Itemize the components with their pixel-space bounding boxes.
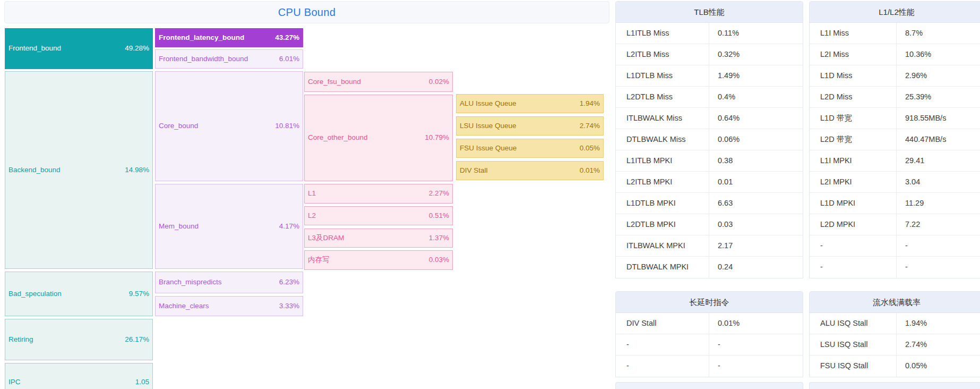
cell-label: Frontend_latency_bound [159, 34, 244, 42]
treemap-frontend-bandwidth-bound[interactable]: Frontend_bandwidth_bound 6.01% [155, 49, 303, 69]
table-row: L2ITLB MPKI 0.01 [616, 172, 803, 193]
metric-label: L1D MPKI [810, 193, 897, 214]
treemap-l3-dram[interactable]: L3及DRAM 1.37% [304, 229, 453, 248]
treemap-fsu-issue-queue[interactable]: FSU Issue Queue 0.05% [456, 139, 604, 158]
metric-label: ALU ISQ Stall [810, 313, 897, 334]
cell-label: Frontend_bandwidth_bound [159, 55, 248, 63]
metric-value: 2.96% [897, 65, 980, 86]
long-latency-table: 长延时指令 DIV Stall 0.01% - - - - [615, 291, 803, 377]
table-row: ALU ISQ Stall 1.94% [810, 313, 980, 334]
table-row: - - [810, 235, 980, 257]
metric-label: L1I Miss [810, 23, 897, 44]
metric-value: - [897, 257, 980, 278]
metric-value: 25.39% [897, 87, 980, 107]
cell-value: 43.27% [275, 34, 299, 42]
cell-value: 4.17% [279, 223, 299, 231]
table-row: ITLBWALK MPKI 2.17 [616, 235, 803, 257]
treemap-machine-clears[interactable]: Machine_clears 3.33% [155, 296, 303, 316]
cell-label: Core_bound [159, 122, 198, 130]
table-row: L2ITLB Miss 0.32% [616, 44, 803, 65]
metric-label: L2I MPKI [810, 172, 897, 192]
metric-label: L2D 带宽 [810, 129, 897, 150]
treemap-bad-speculation[interactable]: Bad_speculation 9.57% [5, 272, 153, 316]
cell-value: 6.23% [279, 278, 299, 286]
cell-value: 0.01% [580, 167, 600, 175]
cell-label: Machine_clears [159, 302, 209, 310]
treemap-l1[interactable]: L1 2.27% [304, 184, 453, 204]
table-row: DIV Stall 0.01% [616, 313, 803, 334]
cpu-profiler-dashboard: CPU Bound Frontend_bound 49.28% Backend_… [0, 0, 980, 389]
treemap-core-other-bound[interactable]: Core_other_bound 10.79% [304, 95, 453, 181]
table-row: L1D Miss 2.96% [810, 65, 980, 87]
table-row: LSU ISQ Stall 2.74% [810, 334, 980, 356]
treemap-mem-bound[interactable]: Mem_bound 4.17% [155, 184, 303, 269]
metric-value: 918.55MB/s [897, 108, 980, 129]
cell-value: 6.01% [279, 55, 299, 63]
table-title: TLB性能 [616, 2, 803, 23]
treemap-core-fsu-bound[interactable]: Core_fsu_bound 0.02% [304, 72, 453, 92]
metric-label: DTLBWALK Miss [616, 129, 709, 150]
table-row: ITLBWALK Miss 0.64% [616, 108, 803, 129]
metric-value: 0.38 [709, 150, 803, 171]
cell-value: 14.98% [125, 166, 149, 174]
treemap-branch-mispredicts[interactable]: Branch_mispredicts 6.23% [155, 272, 303, 293]
table-row: DTLBWALK Miss 0.06% [616, 129, 803, 150]
treemap-ipc[interactable]: IPC 1.05 [5, 363, 153, 389]
cell-value: 1.37% [429, 234, 449, 242]
metric-label: L2D Miss [810, 87, 897, 107]
metric-value: 3.04 [897, 172, 980, 192]
cell-label: Bad_speculation [8, 290, 62, 298]
metric-label: L1I MPKI [810, 150, 897, 171]
metric-value: 29.41 [897, 150, 980, 171]
metric-label: L1ITLB MPKI [616, 150, 709, 171]
cell-label: Mem_bound [159, 223, 199, 231]
cell-value: 9.57% [129, 290, 149, 298]
metric-value: 10.36% [897, 44, 980, 65]
treemap-frontend-bound[interactable]: Frontend_bound 49.28% [5, 28, 153, 69]
metric-value: 0.24 [709, 257, 803, 278]
cell-value: 0.05% [580, 145, 600, 153]
table-row: L1I MPKI 29.41 [810, 150, 980, 172]
cell-label: Retiring [8, 336, 33, 344]
metric-label: L2I Miss [810, 44, 897, 65]
metric-label: - [810, 235, 897, 256]
treemap-l2[interactable]: L2 0.51% [304, 206, 453, 225]
cell-value: 0.03% [429, 256, 449, 264]
table-row: L2D 带宽 440.47MB/s [810, 129, 980, 150]
metric-label: L1DTLB Miss [616, 65, 709, 86]
metric-value: 440.47MB/s [897, 129, 980, 150]
treemap-backend-bound[interactable]: Backend_bound 14.98% [5, 71, 153, 269]
table-row: L2D Miss 25.39% [810, 87, 980, 108]
table-row: - - [616, 334, 803, 356]
next-table-header-cutoff [615, 382, 803, 389]
metric-value: 1.94% [897, 313, 980, 334]
table-row: L1DTLB Miss 1.49% [616, 65, 803, 87]
metric-label: DIV Stall [616, 313, 709, 334]
table-title: 长延时指令 [616, 292, 803, 313]
treemap-core-bound[interactable]: Core_bound 10.81% [155, 71, 303, 181]
cell-value: 10.81% [275, 122, 299, 130]
table-row: DTLBWALK MPKI 0.24 [616, 257, 803, 278]
cell-value: 10.79% [425, 134, 449, 142]
treemap-frontend-latency-bound[interactable]: Frontend_latency_bound 43.27% [155, 28, 303, 47]
treemap-div-stall[interactable]: DIV Stall 0.01% [456, 161, 604, 180]
table-row: - - [616, 356, 803, 377]
cell-label: Branch_mispredicts [159, 278, 222, 286]
cell-value: 1.05 [135, 378, 149, 386]
metric-value: - [709, 334, 803, 355]
cell-label: Backend_bound [8, 166, 61, 174]
treemap-lsu-issue-queue[interactable]: LSU Issue Queue 2.74% [456, 116, 604, 136]
treemap-mem-write[interactable]: 内存写 0.03% [304, 250, 453, 270]
table-row: L2DTLB MPKI 0.03 [616, 214, 803, 235]
cell-label: ALU Issue Queue [460, 100, 517, 108]
cell-label: 内存写 [308, 256, 330, 264]
l1l2-performance-table: L1/L2性能 L1I Miss 8.7% L2I Miss 10.36% L1… [809, 1, 980, 278]
treemap-retiring[interactable]: Retiring 26.17% [5, 319, 153, 360]
treemap-alu-issue-queue[interactable]: ALU Issue Queue 1.94% [456, 94, 604, 113]
cell-label: L1 [308, 190, 316, 198]
metric-value: - [897, 235, 980, 256]
metric-label: L2DTLB MPKI [616, 214, 709, 235]
metric-label: - [616, 356, 709, 377]
table-row: L2I MPKI 3.04 [810, 172, 980, 193]
page-title: CPU Bound [278, 6, 336, 19]
